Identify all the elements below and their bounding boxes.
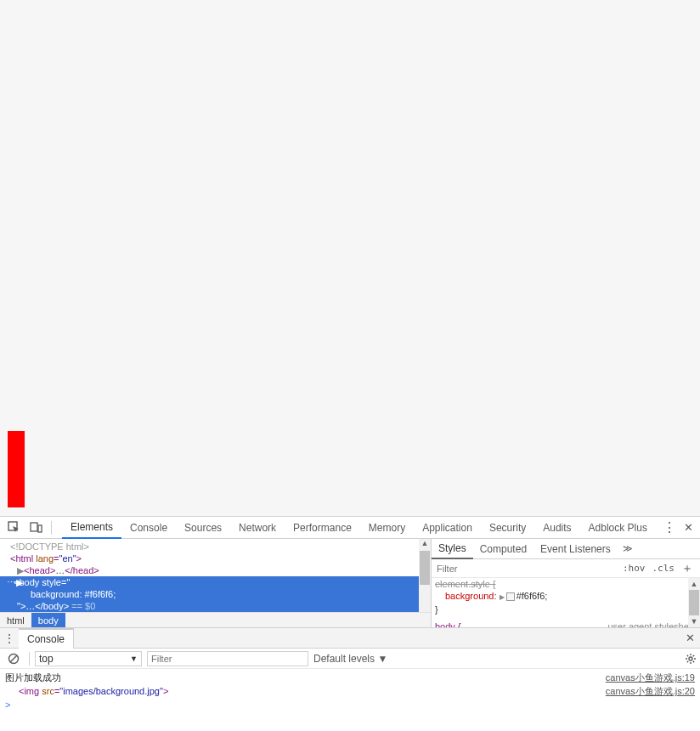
tab-console[interactable]: Console (121, 517, 176, 539)
console-prompt[interactable]: > (5, 698, 695, 711)
dom-body-selected[interactable]: ⋯▶<body style=" (0, 576, 419, 588)
dom-body-style-prop[interactable]: background: #f6f6f6; (0, 588, 419, 600)
tab-application[interactable]: Application (414, 517, 481, 539)
dom-html[interactable]: <html lang="en"> (0, 552, 419, 564)
kebab-menu-icon[interactable]: ⋮ (661, 519, 678, 536)
tab-security[interactable]: Security (481, 517, 534, 539)
styles-tab-styles[interactable]: Styles (432, 539, 473, 559)
breadcrumb: html body (0, 612, 431, 627)
panels-row: <!DOCTYPE html> <html lang="en"> ▶<head>… (0, 539, 700, 627)
styles-tabs-more-icon[interactable]: ≫ (618, 543, 638, 554)
scroll-thumb[interactable] (420, 551, 430, 585)
styles-filterbar: :hov .cls ＋ (432, 559, 700, 578)
console-toolbar: top▼ Default levels ▼ (0, 649, 700, 669)
styles-scrollbar[interactable]: ▲ ▼ (688, 578, 700, 627)
hov-toggle[interactable]: :hov (619, 563, 649, 574)
styles-tabs: Styles Computed Event Listeners ≫ (432, 539, 700, 559)
console-drawer: ⋮ Console ✕ top▼ Default levels ▼ 图片加载成功… (0, 627, 700, 731)
new-style-rule-icon[interactable]: ＋ (678, 561, 697, 576)
drawer-menu-icon[interactable]: ⋮ (0, 632, 19, 645)
source-link[interactable]: canvas小鱼游戏.js:20 (606, 684, 695, 698)
inspect-element-icon[interactable] (3, 518, 24, 538)
close-devtools-icon[interactable]: ✕ (680, 521, 697, 534)
dom-tree[interactable]: <!DOCTYPE html> <html lang="en"> ▶<head>… (0, 539, 419, 612)
console-message[interactable]: 图片加载成功 canvas小鱼游戏.js:19 (5, 671, 695, 684)
scroll-down-icon[interactable]: ▼ (688, 615, 700, 627)
scroll-track[interactable] (419, 551, 431, 615)
svg-rect-2 (38, 525, 42, 532)
scroll-thumb[interactable] (689, 590, 699, 615)
chevron-down-icon: ▼ (130, 654, 138, 663)
tab-audits[interactable]: Audits (534, 517, 579, 539)
dom-body-close[interactable]: ">…</body> == $0 (0, 600, 419, 612)
rule-close: } (432, 604, 700, 615)
context-selector[interactable]: top▼ (35, 651, 142, 666)
clear-console-icon[interactable] (3, 649, 24, 669)
device-toolbar-icon[interactable] (25, 518, 46, 538)
tab-elements[interactable]: Elements (62, 517, 121, 539)
divider (29, 652, 30, 666)
dom-head[interactable]: ▶<head>…</head> (0, 564, 419, 576)
dom-doctype[interactable]: <!DOCTYPE html> (0, 541, 419, 552)
scroll-up-icon[interactable]: ▲ (688, 578, 700, 590)
styles-tab-event-listeners[interactable]: Event Listeners (533, 539, 618, 559)
console-body[interactable]: 图片加载成功 canvas小鱼游戏.js:19 <img src="images… (0, 669, 700, 731)
log-levels-selector[interactable]: Default levels ▼ (313, 653, 387, 665)
svg-rect-1 (31, 523, 37, 531)
color-swatch-icon[interactable] (506, 592, 515, 601)
devtools: Elements Console Sources Network Perform… (0, 516, 700, 731)
styles-body[interactable]: element.style { background: ▶#f6f6f6; } … (432, 578, 700, 627)
red-rectangle (8, 431, 25, 507)
tab-sources[interactable]: Sources (176, 517, 230, 539)
styles-tab-computed[interactable]: Computed (473, 539, 533, 559)
styles-filter-input[interactable] (435, 564, 619, 574)
drawer-tab-console[interactable]: Console (19, 628, 74, 649)
devtools-tabbar: Elements Console Sources Network Perform… (0, 517, 700, 539)
console-settings-icon[interactable] (685, 653, 697, 665)
rule-selector[interactable]: element.style { (432, 578, 700, 590)
tab-adblock-plus[interactable]: Adblock Plus (580, 517, 656, 539)
console-filter-input[interactable] (147, 651, 308, 666)
user-agent-rule: body { user agent stylesheet (432, 620, 700, 627)
divider (51, 521, 52, 535)
svg-point-5 (689, 657, 692, 660)
dom-panel: <!DOCTYPE html> <html lang="en"> ▶<head>… (0, 539, 431, 627)
scroll-track[interactable] (688, 590, 700, 615)
cls-toggle[interactable]: .cls (649, 563, 679, 574)
devtools-tabs: Elements Console Sources Network Perform… (62, 517, 656, 539)
style-property[interactable]: background: ▶#f6f6f6; (432, 590, 700, 604)
drawer-close-icon[interactable]: ✕ (680, 632, 700, 644)
styles-panel: Styles Computed Event Listeners ≫ :hov .… (431, 539, 700, 627)
breadcrumb-html[interactable]: html (0, 613, 31, 627)
page-viewport (0, 0, 700, 516)
source-link[interactable]: canvas小鱼游戏.js:19 (606, 671, 695, 684)
drawer-tabs: ⋮ Console ✕ (0, 628, 700, 649)
tab-memory[interactable]: Memory (360, 517, 414, 539)
tab-performance[interactable]: Performance (285, 517, 360, 539)
svg-line-4 (10, 655, 17, 662)
tab-network[interactable]: Network (230, 517, 285, 539)
scroll-up-icon[interactable]: ▲ (419, 539, 431, 551)
breadcrumb-body[interactable]: body (31, 613, 65, 627)
console-message[interactable]: <img src="images/background.jpg"> canvas… (5, 684, 695, 698)
